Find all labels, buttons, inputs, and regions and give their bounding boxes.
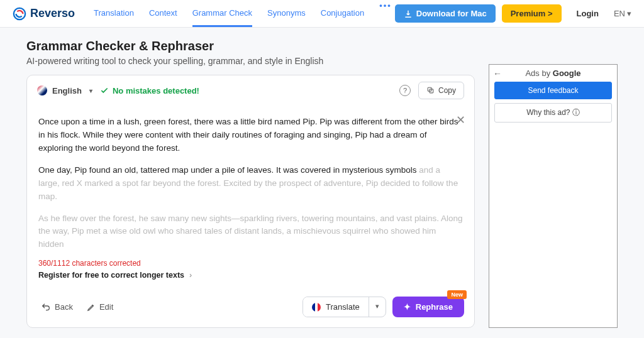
help-icon[interactable]: ? bbox=[399, 85, 411, 96]
content-column: Grammar Checker & Rephraser AI-powered w… bbox=[26, 39, 475, 338]
editor-toolbar: English ▾ No mistakes detected! ? Copy bbox=[27, 75, 474, 106]
text-language-selector[interactable]: English ▾ bbox=[37, 85, 92, 95]
brand-name: Reverso bbox=[30, 7, 75, 20]
header-right: Download for Mac Premium > Login EN ▾ bbox=[395, 4, 631, 23]
text-visible: One day, Pip found an old, tattered map … bbox=[38, 165, 417, 175]
nav-more-icon[interactable]: ••• bbox=[379, 1, 392, 27]
copy-button[interactable]: Copy bbox=[418, 82, 464, 99]
main-nav: Translation Context Grammar Check Synony… bbox=[94, 1, 392, 27]
ad-feedback-button[interactable]: Send feedback bbox=[494, 82, 612, 99]
ui-language-selector[interactable]: EN ▾ bbox=[614, 9, 631, 18]
editor-card: English ▾ No mistakes detected! ? Copy ✕ bbox=[26, 75, 475, 328]
flag-fr-icon bbox=[312, 303, 321, 312]
copy-icon bbox=[426, 86, 435, 94]
sparkle-icon: ✦ bbox=[404, 302, 411, 312]
chevron-down-icon: ▾ bbox=[89, 87, 92, 94]
text-paragraph-2: One day, Pip found an old, tattered map … bbox=[38, 164, 463, 204]
status-text: No mistakes detected! bbox=[113, 86, 199, 95]
copy-label: Copy bbox=[438, 86, 456, 95]
translate-button-group: Translate ▾ bbox=[303, 297, 386, 317]
new-badge: New bbox=[447, 290, 467, 299]
status-ok: No mistakes detected! bbox=[100, 86, 199, 95]
back-label: Back bbox=[55, 302, 73, 312]
translate-label: Translate bbox=[326, 302, 360, 312]
edit-label: Edit bbox=[99, 302, 113, 312]
download-button[interactable]: Download for Mac bbox=[395, 4, 496, 23]
nav-grammar-check[interactable]: Grammar Check bbox=[192, 1, 252, 27]
translate-dropdown[interactable]: ▾ bbox=[369, 297, 386, 317]
text-language-label: English bbox=[52, 86, 82, 95]
text-paragraph-3: As he flew over the forest, he saw many … bbox=[38, 212, 463, 252]
check-icon bbox=[100, 86, 109, 95]
login-button[interactable]: Login bbox=[568, 4, 608, 23]
page-title: Grammar Checker & Rephraser bbox=[26, 39, 475, 53]
edit-button[interactable]: Edit bbox=[83, 300, 117, 314]
register-prompt[interactable]: Register for free to correct longer text… bbox=[38, 270, 463, 281]
flag-en-icon bbox=[37, 85, 47, 95]
editor-footer: Back Edit Translate ▾ New bbox=[27, 289, 474, 327]
editor-body[interactable]: ✕ Once upon a time in a lush, green fore… bbox=[27, 106, 474, 289]
ad-why-button[interactable]: Why this ad? ⓘ bbox=[494, 103, 612, 123]
top-header: Reverso Translation Context Grammar Chec… bbox=[0, 0, 644, 28]
reverso-logo-icon bbox=[13, 7, 26, 21]
premium-button[interactable]: Premium > bbox=[502, 4, 562, 23]
register-label: Register for free to correct longer text… bbox=[38, 270, 184, 281]
nav-context[interactable]: Context bbox=[149, 1, 177, 27]
ui-language-label: EN bbox=[614, 9, 625, 18]
svg-point-0 bbox=[14, 8, 25, 19]
ad-back-arrow-icon[interactable]: ← bbox=[493, 68, 502, 79]
pencil-icon bbox=[87, 303, 96, 312]
chevron-right-icon: › bbox=[189, 270, 192, 281]
download-icon bbox=[404, 9, 413, 18]
translate-button[interactable]: Translate bbox=[303, 297, 369, 317]
editor-toolbar-right: ? Copy bbox=[399, 82, 464, 99]
nav-translation[interactable]: Translation bbox=[94, 1, 134, 27]
rephrase-label: Rephrase bbox=[416, 302, 453, 312]
ad-title: Ads by Google bbox=[494, 68, 612, 78]
undo-icon bbox=[41, 302, 51, 312]
page-subtitle: AI-powered writing tool to check your sp… bbox=[26, 56, 475, 66]
ad-container: ← Ads by Google Send feedback Why this a… bbox=[489, 64, 618, 328]
nav-synonyms[interactable]: Synonyms bbox=[267, 1, 306, 27]
rephrase-button[interactable]: New ✦ Rephrase bbox=[392, 297, 464, 317]
brand-logo[interactable]: Reverso bbox=[13, 7, 75, 21]
back-button[interactable]: Back bbox=[37, 300, 77, 315]
download-label: Download for Mac bbox=[416, 9, 487, 18]
editor-footer-right: Translate ▾ New ✦ Rephrase bbox=[303, 297, 464, 317]
ad-sidebar: ← Ads by Google Send feedback Why this a… bbox=[489, 64, 618, 338]
character-limit-note: 360/1112 characters corrected bbox=[38, 258, 463, 270]
text-paragraph-1: Once upon a time in a lush, green forest… bbox=[38, 116, 463, 155]
close-icon[interactable]: ✕ bbox=[456, 112, 465, 129]
main-layout: Grammar Checker & Rephraser AI-powered w… bbox=[0, 28, 644, 338]
chevron-down-icon: ▾ bbox=[627, 9, 631, 18]
nav-conjugation[interactable]: Conjugation bbox=[321, 1, 364, 27]
